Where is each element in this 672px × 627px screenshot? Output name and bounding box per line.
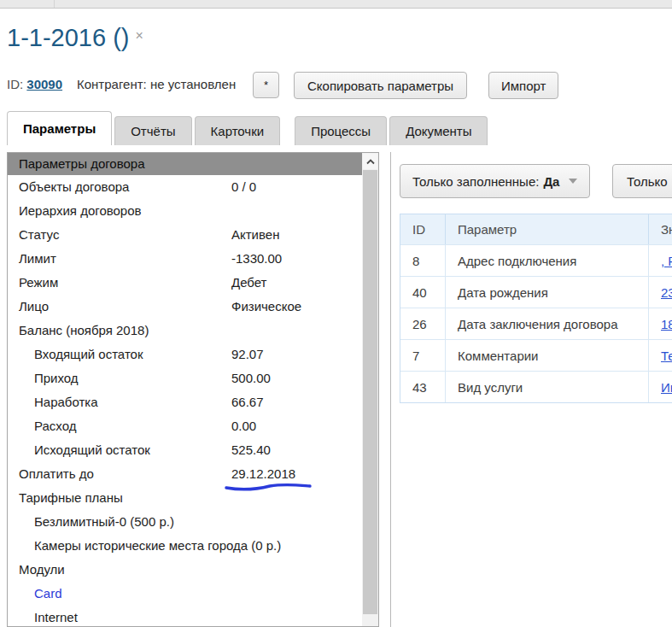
star-button[interactable]: * xyxy=(253,72,279,98)
param-value: 92.07 xyxy=(231,343,264,366)
cell-value-link[interactable]: 18 xyxy=(661,317,672,331)
scrollbar-thumb[interactable] xyxy=(363,170,377,614)
list-item-module-internet[interactable]: Internet xyxy=(8,606,362,626)
list-item-expense[interactable]: Расход 0.00 xyxy=(8,414,362,438)
table-row[interactable]: 26 Дата заключения договора 18 xyxy=(400,308,672,339)
list-item-person[interactable]: Лицо Физическое xyxy=(8,295,362,319)
table-row[interactable]: 8 Адрес подключения , Р xyxy=(400,244,672,276)
panel-divider xyxy=(390,152,391,627)
tab-otchety[interactable]: Отчёты xyxy=(114,116,191,145)
tree-item-contract-params-selected[interactable]: Параметры договора xyxy=(8,153,362,175)
id-label: ID: xyxy=(7,77,23,91)
param-label: Режим xyxy=(19,275,58,290)
page-title: 1-1-2016 () xyxy=(7,24,129,52)
param-label: Лицо xyxy=(19,299,49,314)
cell-id: 7 xyxy=(400,340,445,371)
chevron-up-icon xyxy=(366,159,375,165)
list-item-outgoing-balance[interactable]: Исходящий остаток 525.40 xyxy=(8,438,362,462)
list-item-mode[interactable]: Режим Дебет xyxy=(8,271,362,295)
param-value: Дебет xyxy=(231,271,266,295)
list-item-incoming-balance[interactable]: Входящий остаток 92.07 xyxy=(8,343,362,366)
param-label: Тарифные планы xyxy=(19,490,123,505)
tab-parametry[interactable]: Параметры xyxy=(7,111,112,145)
parameters-table: ID Параметр Зн 8 Адрес подключения , Р 4… xyxy=(400,214,672,403)
column-header-id[interactable]: ID xyxy=(400,214,445,244)
param-label: Наработка xyxy=(34,395,98,409)
list-item-hierarchy[interactable]: Иерархия договоров xyxy=(8,199,362,223)
param-label: Исходящий остаток xyxy=(34,442,150,457)
param-label: Лимит xyxy=(19,251,56,266)
param-label: Приход xyxy=(34,371,79,385)
tab-processy[interactable]: Процессы xyxy=(295,116,387,145)
param-label: Входящий остаток xyxy=(34,347,143,361)
window-top-strip xyxy=(0,0,672,9)
cell-param: Дата рождения xyxy=(445,277,648,308)
param-label: Модули xyxy=(19,562,65,577)
cell-value-link[interactable]: Те xyxy=(661,349,672,363)
filter-filled-value: Да xyxy=(543,174,559,189)
cell-id: 43 xyxy=(400,372,445,402)
cell-value-link[interactable]: Ин xyxy=(661,380,672,395)
cell-id: 26 xyxy=(400,308,445,339)
param-value: Активен xyxy=(231,223,279,247)
list-item-earned[interactable]: Наработка 66.67 xyxy=(8,390,362,414)
table-header-row: ID Параметр Зн xyxy=(400,214,672,244)
contract-params-list: Объекты договора 0 / 0 Иерархия договоро… xyxy=(8,175,362,626)
table-row[interactable]: 40 Дата рождения 23 xyxy=(400,276,672,308)
left-panel-scrollbar xyxy=(362,153,378,626)
tab-dokumenty[interactable]: Документы xyxy=(389,116,488,145)
import-button[interactable]: Импорт xyxy=(488,72,558,99)
tab-kartochki[interactable]: Карточки xyxy=(195,116,281,145)
list-item-tariff-unlimited[interactable]: Безлимитный-0 (500 р.) xyxy=(8,510,362,534)
param-value: 0 / 0 xyxy=(231,175,256,199)
param-label: Расход xyxy=(34,419,76,433)
list-item-limit[interactable]: Лимит -1330.00 xyxy=(8,247,362,271)
list-item-objects[interactable]: Объекты договора 0 / 0 xyxy=(8,175,362,199)
contract-id-link[interactable]: 30090 xyxy=(26,77,62,91)
param-value: 500.00 xyxy=(231,366,271,390)
cell-value-link[interactable]: 23 xyxy=(661,285,672,300)
list-item-modules-section[interactable]: Модули xyxy=(8,558,362,582)
param-value: -1330.00 xyxy=(231,247,282,271)
column-header-param[interactable]: Параметр xyxy=(445,214,648,244)
list-item-module-card[interactable]: Card xyxy=(8,582,362,606)
list-item-pay-until[interactable]: Оплатить до 29.12.2018 xyxy=(8,462,362,486)
list-item-income[interactable]: Приход 500.00 xyxy=(8,366,362,390)
tab-bar: Параметры Отчёты Карточки Процессы Докум… xyxy=(7,111,490,145)
id-row: ID: 30090 xyxy=(7,77,62,91)
list-item-tariff-cameras[interactable]: Камеры исторические места города (0 р.) xyxy=(8,534,362,558)
cell-param: Комментарии xyxy=(445,340,648,371)
filter-second-dropdown[interactable]: Только xyxy=(612,164,672,198)
list-item-balance-section[interactable]: Баланс (ноября 2018) xyxy=(8,319,362,343)
param-value: 0.00 xyxy=(231,414,256,438)
cell-param: Вид услуги xyxy=(445,372,648,402)
top-strip-divider xyxy=(54,0,55,8)
param-label: Баланс (ноября 2018) xyxy=(19,323,149,337)
param-label: Камеры исторические места города (0 р.) xyxy=(34,538,281,553)
copy-params-button[interactable]: Скопировать параметры xyxy=(294,72,467,99)
list-item-status[interactable]: Статус Активен xyxy=(8,223,362,247)
scrollbar-up-button[interactable] xyxy=(363,154,377,169)
cell-value-link[interactable]: , Р xyxy=(661,254,672,268)
filter-filled-label: Только заполненные: xyxy=(412,174,539,189)
param-label: Иерархия договоров xyxy=(19,203,142,218)
cell-param: Дата заключения договора xyxy=(445,308,648,339)
param-value: Физическое xyxy=(231,295,301,319)
table-row[interactable]: 43 Вид услуги Ин xyxy=(400,371,672,402)
module-card-link[interactable]: Card xyxy=(34,586,62,601)
filter-filled-dropdown[interactable]: Только заполненные: Да xyxy=(400,164,590,198)
column-header-value[interactable]: Зн xyxy=(648,214,672,244)
cell-id: 8 xyxy=(400,245,445,276)
param-value: 29.12.2018 xyxy=(231,462,295,486)
cell-id: 40 xyxy=(400,277,445,308)
list-item-tariff-plans-section[interactable]: Тарифные планы xyxy=(8,486,362,510)
table-row[interactable]: 7 Комментарии Те xyxy=(400,339,672,371)
param-label: Оплатить до xyxy=(19,466,94,481)
title-row: 1-1-2016 () × xyxy=(7,21,143,55)
param-value: 525.40 xyxy=(231,438,271,462)
param-value: 66.67 xyxy=(231,390,264,414)
param-label: Безлимитный-0 (500 р.) xyxy=(34,514,174,529)
param-label: Объекты договора xyxy=(19,179,129,194)
close-icon[interactable]: × xyxy=(135,28,143,44)
filter-second-label: Только xyxy=(627,174,668,189)
